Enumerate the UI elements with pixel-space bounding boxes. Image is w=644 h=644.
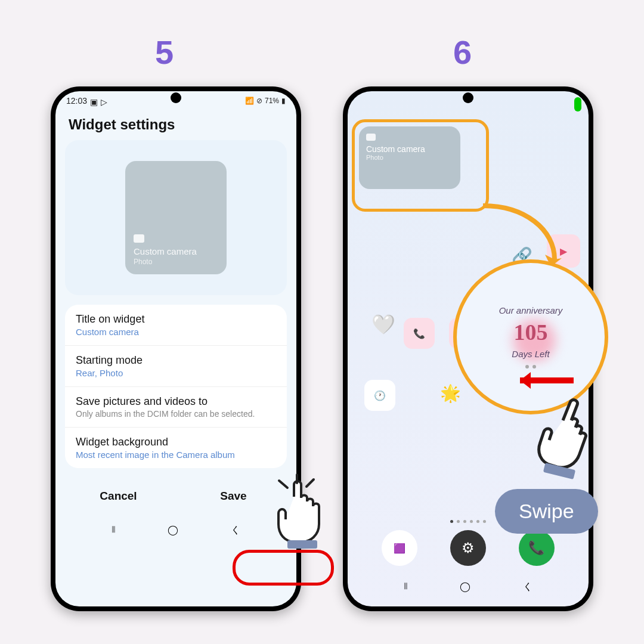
nav-recents-icon[interactable]: ⦀ xyxy=(112,524,116,537)
widget-preview: Custom camera Photo xyxy=(65,140,287,295)
row-title-on-widget[interactable]: Title on widget Custom camera xyxy=(65,305,287,346)
heart-icon: 🤍 xyxy=(371,313,395,336)
nav-bar: ⦀ ◯ く xyxy=(55,516,296,545)
row-value: Custom camera xyxy=(76,327,276,337)
swipe-label: Swipe xyxy=(495,489,598,534)
green-indicator xyxy=(574,97,581,112)
widget-tile: Custom camera Photo xyxy=(125,161,227,274)
nav-recents-icon[interactable]: ⦀ xyxy=(404,581,408,593)
row-starting-mode[interactable]: Starting mode Rear, Photo xyxy=(65,346,287,387)
front-camera-icon xyxy=(463,92,473,103)
status-time: 12:03 xyxy=(66,96,87,106)
svg-line-1 xyxy=(279,481,287,488)
mag-sub: Days Left xyxy=(499,349,563,359)
anti-icon: ⊘ xyxy=(256,97,262,105)
row-label: Widget background xyxy=(76,436,276,448)
nav-home-icon[interactable]: ◯ xyxy=(168,524,178,537)
step-6-label: 6 xyxy=(453,33,472,72)
battery-pct: 71% xyxy=(265,97,279,105)
dock-phone-icon[interactable]: 📞 xyxy=(519,530,555,566)
mag-title: Our anniversary xyxy=(499,305,563,315)
wifi-icon: 📶 xyxy=(245,97,254,105)
play-icon: ▷ xyxy=(101,97,109,105)
tap-hand-icon xyxy=(261,470,345,553)
save-highlight-box xyxy=(233,550,334,586)
image-icon: ▣ xyxy=(90,97,98,105)
page-title: Widget settings xyxy=(55,107,296,140)
dock-settings-icon[interactable]: ⚙ xyxy=(450,530,486,566)
camera-icon xyxy=(134,234,144,243)
star-icon: 🌟 xyxy=(440,383,461,403)
row-desc: Only albums in the DCIM folder can be se… xyxy=(76,409,276,419)
step-5-label: 5 xyxy=(155,33,174,72)
widget-title: Custom camera xyxy=(134,246,218,256)
svg-line-3 xyxy=(306,479,314,487)
bottom-buttons: Cancel Save xyxy=(65,482,287,510)
widget-highlight-box xyxy=(352,119,489,212)
mag-pager xyxy=(499,365,563,369)
nav-back-icon[interactable]: く xyxy=(231,524,240,537)
phone-icon[interactable]: 📞 xyxy=(404,318,435,349)
front-camera-icon xyxy=(171,92,181,103)
row-label: Starting mode xyxy=(76,354,276,367)
nav-back-icon[interactable]: く xyxy=(523,581,532,593)
cancel-button[interactable]: Cancel xyxy=(65,482,172,510)
swipe-hand-icon xyxy=(526,388,615,483)
battery-icon: ▮ xyxy=(281,97,286,105)
nav-home-icon[interactable]: ◯ xyxy=(460,581,470,593)
screen-step5: 12:03 ▣ ▷ 📶 ⊘ 71% ▮ Widget settings Cust… xyxy=(55,91,296,606)
dock-themekit-icon[interactable]: 🟪 xyxy=(382,530,417,566)
widget-sub: Photo xyxy=(134,258,218,266)
mag-number: 105 xyxy=(499,319,563,345)
row-value: Most recent image in the Camera album xyxy=(76,450,276,460)
row-value: Rear, Photo xyxy=(76,368,276,378)
nav-bar: ⦀ ◯ く xyxy=(348,572,589,602)
dock: 🟪 ⚙ 📞 xyxy=(366,530,571,566)
svg-rect-0 xyxy=(287,540,317,549)
clock-app-icon[interactable]: 🕐 xyxy=(364,380,395,411)
row-label: Title on widget xyxy=(76,313,276,326)
row-widget-bg[interactable]: Widget background Most recent image in t… xyxy=(65,428,287,468)
row-save-to[interactable]: Save pictures and videos to Only albums … xyxy=(65,387,287,428)
row-label: Save pictures and videos to xyxy=(76,395,276,408)
settings-list: Title on widget Custom camera Starting m… xyxy=(65,305,287,468)
